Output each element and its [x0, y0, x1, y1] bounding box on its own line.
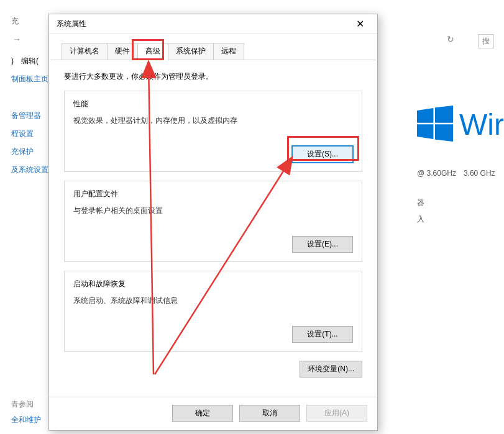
- tab-system-protection[interactable]: 系统保护: [168, 43, 214, 60]
- close-button[interactable]: ✕: [347, 16, 372, 33]
- group-performance: 性能 视觉效果，处理器计划，内存使用，以及虚拟内存 设置(S)...: [64, 91, 362, 172]
- bg-fragment-title: 充: [11, 16, 19, 27]
- apply-button[interactable]: 应用(A): [306, 405, 367, 422]
- forward-arrow-icon[interactable]: →: [12, 34, 21, 44]
- dialog-footer: 确定 取消 应用(A): [49, 397, 377, 430]
- tab-hardware[interactable]: 硬件: [107, 43, 138, 60]
- cpu-info: @ 3.60GHz 3.60 GHz: [417, 168, 504, 179]
- titlebar[interactable]: 系统属性 ✕: [49, 14, 377, 34]
- dialog-content: 要进行大多数更改，你必须作为管理员登录。 性能 视觉效果，处理器计划，内存使用，…: [49, 60, 377, 397]
- group-user-profiles: 用户配置文件 与登录帐户相关的桌面设置 设置(E)...: [64, 181, 362, 262]
- refresh-icon[interactable]: ↻: [447, 34, 454, 44]
- svg-marker-1: [435, 106, 453, 123]
- cancel-button[interactable]: 取消: [239, 405, 300, 422]
- tab-advanced[interactable]: 高级: [137, 43, 168, 60]
- tab-strip: 计算机名 硬件 高级 系统保护 远程: [50, 34, 376, 60]
- group-label: 启动和故障恢复: [73, 279, 353, 289]
- security-maintenance-link[interactable]: 全和维护: [11, 415, 41, 425]
- search-input[interactable]: 搜: [478, 34, 494, 48]
- environment-variables-button[interactable]: 环境变量(N)...: [300, 361, 362, 377]
- group-description: 与登录帐户相关的桌面设置: [73, 206, 353, 216]
- ok-button[interactable]: 确定: [172, 405, 233, 422]
- close-icon: ✕: [356, 18, 364, 30]
- see-also-heading: 青参阅: [11, 399, 41, 410]
- system-properties-dialog: 系统属性 ✕ 计算机名 硬件 高级 系统保护 远程 要进行大多数更改，你必须作为…: [48, 14, 378, 431]
- menu-edit-fragment: ) 编辑(: [11, 56, 48, 66]
- tab-computer-name[interactable]: 计算机名: [62, 43, 108, 60]
- startup-settings-button[interactable]: 设置(T)...: [292, 326, 353, 343]
- windows-wordmark: Wir: [459, 107, 504, 142]
- sidebar-link[interactable]: 备管理器: [11, 111, 48, 121]
- svg-marker-3: [435, 124, 453, 142]
- group-description: 系统启动、系统故障和调试信息: [73, 296, 353, 306]
- sidebar-link[interactable]: 程设置: [11, 129, 48, 139]
- group-startup-recovery: 启动和故障恢复 系统启动、系统故障和调试信息 设置(T)...: [64, 271, 362, 352]
- control-panel-home-link[interactable]: 制面板主页: [11, 74, 48, 84]
- sidebar-link[interactable]: 及系统设置: [11, 165, 48, 175]
- group-label: 性能: [73, 99, 353, 109]
- svg-marker-2: [417, 124, 433, 139]
- bg-right-fragment: 器: [417, 197, 504, 208]
- sidebar-link[interactable]: 充保护: [11, 147, 48, 157]
- windows-logo-icon: [417, 106, 453, 143]
- group-label: 用户配置文件: [73, 189, 353, 199]
- group-description: 视觉效果，处理器计划，内存使用，以及虚拟内存: [73, 115, 353, 126]
- tab-remote[interactable]: 远程: [213, 43, 244, 60]
- profiles-settings-button[interactable]: 设置(E)...: [292, 236, 353, 253]
- admin-note: 要进行大多数更改，你必须作为管理员登录。: [64, 71, 362, 82]
- bg-right-fragment: 入: [417, 214, 504, 225]
- svg-marker-0: [417, 108, 433, 123]
- dialog-title: 系统属性: [57, 19, 347, 29]
- performance-settings-button[interactable]: 设置(S)...: [292, 146, 353, 163]
